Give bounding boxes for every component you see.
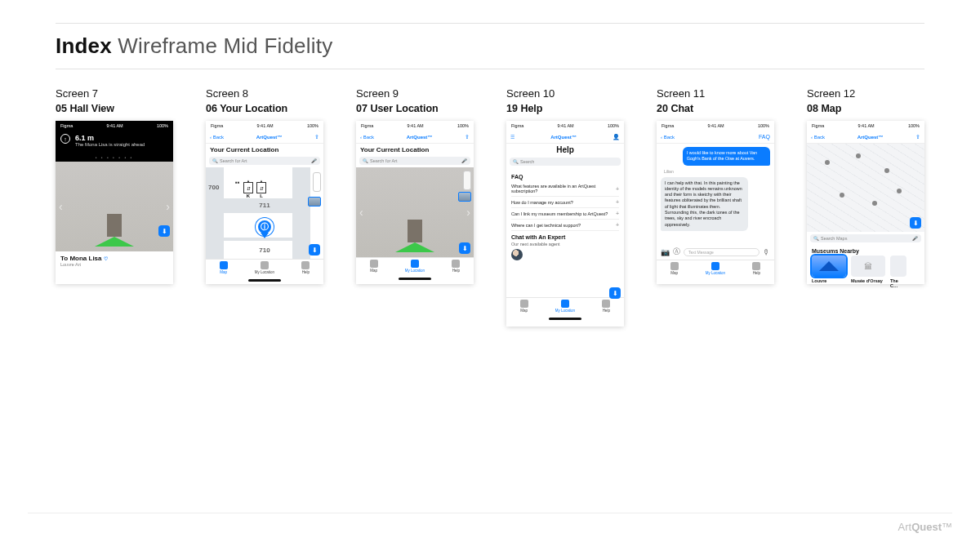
status-bar: Figma9:41 AM100% — [356, 121, 474, 131]
home-indicator[interactable] — [206, 277, 323, 283]
user-location-pin[interactable]: ⓘ — [256, 218, 274, 236]
map-controls[interactable] — [463, 171, 471, 190]
share-icon[interactable]: ⇪ — [465, 134, 470, 140]
city-map[interactable]: ⬇ — [807, 144, 924, 232]
search-input[interactable]: 🔍 Search for Art 🎤 — [359, 157, 470, 165]
tab-my-location[interactable]: My Location — [555, 300, 575, 313]
tab-map[interactable]: Map — [520, 300, 528, 313]
status-bar: Figma9:41 AM100% — [506, 121, 624, 131]
back-button[interactable]: ‹ Back — [360, 135, 374, 140]
chat-subtext: Our next available agent — [511, 242, 619, 247]
tab-my-location[interactable]: My Location — [706, 262, 725, 275]
screen-name: 07 User Location — [356, 103, 474, 114]
museum-card[interactable]: The C… — [890, 256, 906, 288]
search-input[interactable]: 🔍 Search — [510, 158, 621, 166]
tab-help[interactable]: Help — [452, 260, 460, 273]
share-icon[interactable]: ⇪ — [314, 134, 319, 140]
expand-icon: + — [616, 199, 619, 205]
camera-icon[interactable]: 📷 — [661, 248, 670, 256]
photo-thumbnail[interactable] — [458, 192, 471, 202]
drag-handle-icon[interactable]: ⌄ — [111, 242, 118, 251]
faq-item[interactable]: Can I link my museum membership to ArtQu… — [511, 208, 619, 220]
download-fab[interactable]: ⬇ — [609, 287, 621, 299]
download-fab[interactable]: ⬇ — [309, 244, 320, 256]
museum-icon: 🏛 — [864, 262, 872, 271]
room-label: 710 — [259, 247, 270, 254]
home-indicator[interactable] — [356, 275, 474, 282]
chat-heading: Chat with An Expert — [511, 234, 619, 240]
mic-icon[interactable]: 🎤 — [912, 236, 918, 241]
screen-card: Screen 9 07 User Location Figma9:41 AM10… — [356, 87, 474, 327]
elevator-icon[interactable]: ▲⇵L — [256, 182, 266, 193]
page-title: Index Wireframe Mid Fidelity — [56, 24, 924, 69]
back-button[interactable]: ‹ Back — [661, 135, 675, 140]
tab-my-location[interactable]: My Location — [255, 261, 274, 274]
chat-bubble-incoming: I can help with that. In this painting t… — [661, 177, 748, 231]
home-indicator[interactable] — [506, 315, 624, 322]
agent-avatar[interactable] — [511, 249, 523, 260]
share-icon[interactable]: ⇪ — [915, 134, 920, 140]
hall-photo[interactable]: ‹ › ⬇ — [356, 167, 474, 257]
mic-icon[interactable]: 🎙 — [763, 248, 770, 256]
search-input[interactable]: 🔍 Search for Art 🎤 — [209, 157, 320, 165]
profile-icon[interactable]: 👤 — [612, 134, 620, 140]
faq-item[interactable]: How do I manage my account?+ — [511, 197, 619, 208]
tab-map[interactable]: Map — [220, 261, 228, 274]
tab-map[interactable]: Map — [670, 262, 679, 275]
download-fab[interactable]: ⬇ — [910, 217, 921, 229]
screen-label: Screen 10 — [506, 87, 624, 100]
message-input[interactable]: Text Message — [684, 248, 760, 256]
status-bar: Figma9:41 AM100% — [206, 121, 323, 131]
museum-card[interactable]: Louvre — [812, 256, 846, 288]
chat-thread[interactable]: I would like to know more about Van Gogh… — [657, 144, 774, 245]
mic-icon[interactable]: 🎤 — [461, 158, 467, 163]
nav-bar: ‹ Back ArtQuest™ ⇪ — [206, 131, 323, 144]
expand-icon: + — [616, 211, 619, 216]
screen-heading: Help — [506, 144, 624, 158]
destination-title: To Mona Lisa ♡ — [60, 255, 168, 262]
screen-card: Screen 11 20 Chat Figma9:41 AM100% ‹ Bac… — [657, 87, 774, 327]
faq-item[interactable]: What features are available in an ArtQue… — [511, 181, 619, 197]
direction-icon: ↑ — [60, 134, 70, 144]
tab-map[interactable]: Map — [370, 260, 378, 273]
chevron-right-icon[interactable]: › — [166, 200, 170, 213]
museum-card[interactable]: 🏛 Musée d'Orsay — [851, 256, 885, 288]
tab-help[interactable]: Help — [752, 262, 760, 275]
menu-icon[interactable]: ☰ — [510, 134, 514, 140]
faq-link[interactable]: FAQ — [759, 134, 770, 140]
screen-card: Screen 7 05 Hall View Figma9:41 AM100% ↑… — [56, 87, 173, 327]
hall-photo[interactable]: ‹ › ⌄ ⬇ — [56, 162, 173, 251]
louvre-pyramid-icon — [819, 261, 839, 271]
appstore-icon[interactable]: Ⓐ — [673, 247, 680, 257]
chevron-left-icon[interactable]: ‹ — [359, 206, 363, 219]
tab-my-location[interactable]: My Location — [405, 260, 425, 273]
nav-bar: ☰ ArtQuest™ 👤 — [506, 131, 624, 144]
app-brand: ArtQuest™ — [858, 135, 884, 140]
download-fab[interactable]: ⬇ — [459, 242, 470, 254]
chevron-right-icon[interactable]: › — [466, 206, 470, 219]
chevron-left-icon[interactable]: ‹ — [59, 200, 63, 213]
status-bar: Figma9:41 AM100% — [657, 121, 774, 131]
elevator-icon[interactable]: ▲⇵K — [243, 182, 253, 193]
photo-thumbnail[interactable] — [308, 197, 321, 207]
back-button[interactable]: ‹ Back — [210, 135, 224, 140]
mic-icon[interactable]: 🎤 — [311, 158, 317, 163]
map-controls[interactable] — [313, 172, 321, 192]
room-label: 711 — [259, 202, 270, 209]
back-button[interactable]: ‹ Back — [811, 135, 825, 140]
nav-bar: ‹ Back FAQ — [657, 131, 774, 144]
museum-carousel[interactable]: Louvre 🏛 Musée d'Orsay The C… — [807, 256, 924, 291]
tab-bar: Map My Location Help — [356, 257, 474, 275]
expand-icon: + — [616, 222, 619, 228]
screen-label: Screen 9 — [356, 87, 474, 100]
chat-bubble-outgoing: I would like to know more about Van Gogh… — [683, 147, 770, 166]
search-input[interactable]: 🔍 Search Maps 🎤 — [810, 234, 921, 242]
search-icon: 🔍 — [363, 158, 368, 163]
tab-help[interactable]: Help — [301, 261, 310, 274]
floor-plan[interactable]: 700 711 710 ▪▪ ▲⇵K ▲⇵L ⓘ ⬇ — [206, 167, 323, 259]
page-dots[interactable]: • • • • • • • — [56, 155, 173, 162]
download-fab[interactable]: ⬇ — [158, 225, 170, 237]
tab-help[interactable]: Help — [602, 300, 610, 313]
nav-bar: ‹ Back ArtQuest™ ⇪ — [356, 131, 474, 144]
faq-item[interactable]: Where can I get technical support?+ — [511, 220, 619, 231]
